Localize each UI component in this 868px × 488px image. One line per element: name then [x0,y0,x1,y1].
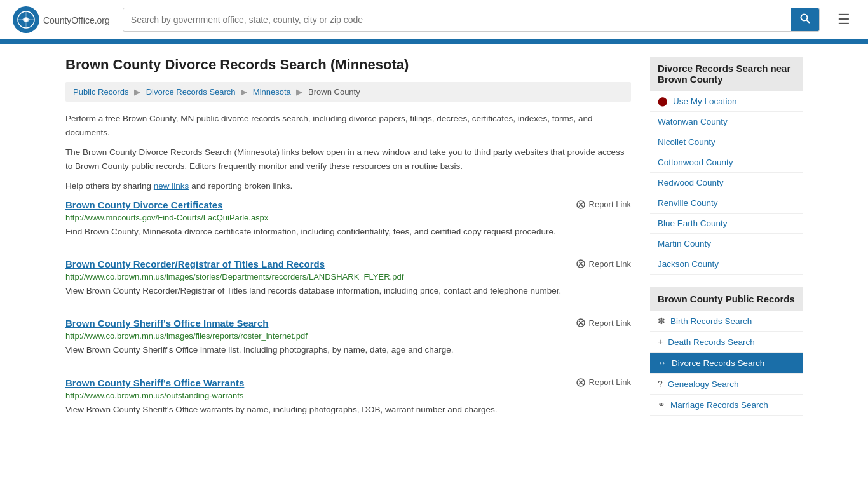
sidebar-public-records-header: Brown County Public Records [650,287,803,311]
description-2: The Brown County Divorce Records Search … [65,146,631,173]
report-icon [576,200,586,210]
sidebar-item-blue-earth[interactable]: Blue Earth County [650,214,803,234]
description-3: Help others by sharing new links and rep… [65,179,631,193]
breadcrumb-divorce-records[interactable]: Divorce Records Search [146,87,236,97]
main-container: Brown County Divorce Records Search (Min… [53,44,815,449]
sidebar-item-cottonwood[interactable]: Cottonwood County [650,152,803,173]
sidebar-item-death-records[interactable]: + Death Records Search [650,332,803,353]
sidebar-item-jackson[interactable]: Jackson County [650,254,803,274]
sidebar-use-my-location[interactable]: ⬤ Use My Location [650,91,803,112]
report-link-button[interactable]: Report Link [576,200,631,210]
result-item: Brown County Recorder/Registrar of Title… [65,259,631,304]
content-area: Brown County Divorce Records Search (Min… [65,57,631,437]
sidebar-item-watonwan[interactable]: Watonwan County [650,112,803,132]
result-desc: View Brown County Recorder/Registrar of … [65,285,631,297]
location-pin-icon: ⬤ [658,96,668,106]
result-url: http://www.co.brown.mn.us/images/stories… [65,272,631,281]
sidebar-item-renville[interactable]: Renville County [650,193,803,214]
report-icon [576,377,586,388]
sidebar-item-marriage-records[interactable]: ⚭ Marriage Records Search [650,395,803,416]
search-input[interactable] [123,10,791,30]
result-desc: Find Brown County, Minnesota divorce cer… [65,226,631,238]
result-title-link[interactable]: Brown County Divorce Certificates [65,200,223,210]
new-links-link[interactable]: new links [154,181,189,191]
hamburger-menu-button[interactable]: ☰ [832,9,855,30]
breadcrumb-current: Brown County [308,87,360,97]
sidebar: Divorce Records Search near Brown County… [650,57,803,437]
result-item: Brown County Sheriff's Office Inmate Sea… [65,318,631,363]
breadcrumb: Public Records ▶ Divorce Records Search … [65,82,631,102]
death-records-icon: + [658,337,663,347]
sidebar-item-genealogy[interactable]: ? Genealogy Search [650,374,803,395]
sidebar-item-divorce-records[interactable]: ↔ Divorce Records Search [650,353,803,374]
result-desc: View Brown County Sheriff's Office warra… [65,403,631,416]
result-title-link[interactable]: Brown County Sheriff's Office Inmate Sea… [65,318,268,329]
result-header: Brown County Divorce Certificates Report… [65,200,631,210]
marriage-records-icon: ⚭ [658,400,665,410]
report-link-button[interactable]: Report Link [576,377,631,388]
divorce-records-icon: ↔ [658,358,667,368]
sidebar-nearby-header: Divorce Records Search near Brown County [650,57,803,91]
logo-text: CountyOffice.org [43,13,110,27]
svg-point-4 [801,15,808,21]
breadcrumb-minnesota[interactable]: Minnesota [253,87,291,97]
sidebar-nearby-section: Divorce Records Search near Brown County… [650,57,803,274]
result-item: Brown County Divorce Certificates Report… [65,200,631,245]
result-header: Brown County Recorder/Registrar of Title… [65,259,631,269]
result-url: http://www.co.brown.mn.us/images/files/r… [65,331,631,341]
sidebar-public-records-section: Brown County Public Records ✽ Birth Reco… [650,287,803,416]
result-title-link[interactable]: Brown County Recorder/Registrar of Title… [65,259,325,269]
report-icon [576,259,586,269]
search-button[interactable] [791,8,819,31]
report-icon [576,318,586,328]
sidebar-item-martin[interactable]: Martin County [650,234,803,254]
results-list: Brown County Divorce Certificates Report… [65,200,631,423]
site-logo[interactable]: CountyOffice.org [13,6,110,33]
sidebar-item-nicollet[interactable]: Nicollet County [650,132,803,152]
site-header: CountyOffice.org ☰ [0,0,868,41]
result-header: Brown County Sheriff's Office Inmate Sea… [65,318,631,329]
sidebar-item-redwood[interactable]: Redwood County [650,173,803,193]
result-item: Brown County Sheriff's Office Warrants R… [65,377,631,423]
logo-icon [13,6,39,33]
sidebar-item-birth-records[interactable]: ✽ Birth Records Search [650,311,803,332]
breadcrumb-public-records[interactable]: Public Records [73,87,128,97]
report-link-button[interactable]: Report Link [576,318,631,328]
description-1: Perform a free Brown County, MN public d… [65,112,631,139]
result-url: http://www.co.brown.mn.us/outstanding-wa… [65,391,631,400]
page-title: Brown County Divorce Records Search (Min… [65,57,631,73]
result-title-link[interactable]: Brown County Sheriff's Office Warrants [65,377,244,388]
search-bar [123,8,820,32]
birth-records-icon: ✽ [658,316,665,326]
use-my-location-link[interactable]: Use My Location [673,97,737,106]
result-url: http://www.mncourts.gov/Find-Courts/LacQ… [65,213,631,222]
report-link-button[interactable]: Report Link [576,259,631,269]
result-header: Brown County Sheriff's Office Warrants R… [65,377,631,388]
genealogy-icon: ? [658,379,663,389]
svg-line-5 [807,20,810,24]
result-desc: View Brown County Sheriff's Office inmat… [65,344,631,356]
